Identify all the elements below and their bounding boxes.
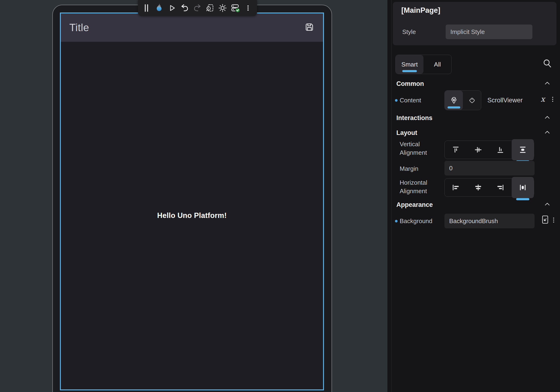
tab-all[interactable]: All <box>423 55 451 74</box>
selection-outline: Title Hello Uno Platform! <box>60 12 324 390</box>
halign-stretch-button[interactable] <box>512 177 534 198</box>
valign-bottom-button[interactable] <box>489 141 512 158</box>
style-value: Implicit Style <box>450 28 485 36</box>
align-horizontal-center-icon <box>474 183 482 192</box>
tab-smart[interactable]: Smart <box>396 55 423 74</box>
align-top-icon <box>451 146 460 154</box>
section-appearance[interactable]: Appearance <box>396 201 433 209</box>
theme-sun-icon[interactable] <box>217 3 228 13</box>
content-mode-toggle <box>444 90 481 110</box>
halign-left-button[interactable] <box>445 179 467 196</box>
section-layout[interactable]: Layout <box>396 129 417 137</box>
content-label: Content <box>400 96 421 104</box>
tab-smart-indicator <box>402 70 417 72</box>
tag-icon <box>468 96 476 104</box>
margin-label: Margin <box>400 164 418 173</box>
hot-design-toolbar <box>138 0 257 16</box>
valign-stretch-button[interactable] <box>512 139 534 160</box>
valign-center-button[interactable] <box>467 141 490 158</box>
common-collapse-chevron-up-icon[interactable] <box>544 80 551 88</box>
drag-handle[interactable] <box>141 3 152 13</box>
tab-smart-label: Smart <box>401 61 418 68</box>
content-value[interactable]: ScrollViewer <box>487 97 523 104</box>
margin-value: 0 <box>449 165 452 172</box>
align-bottom-icon <box>496 146 505 154</box>
style-label: Style <box>402 28 416 36</box>
page-title: [MainPage] <box>401 6 440 15</box>
appearance-collapse-chevron-up-icon[interactable] <box>544 201 551 209</box>
background-label: Background <box>400 217 432 225</box>
hello-textblock[interactable]: Hello Uno Platform! <box>157 211 227 220</box>
halign-center-button[interactable] <box>467 179 490 196</box>
horizontal-alignment-group <box>444 178 534 197</box>
redo-icon[interactable] <box>192 3 202 13</box>
save-icon[interactable] <box>304 22 315 33</box>
content-mode-indicator <box>448 106 460 109</box>
horizontal-alignment-label: Horizontal Alignment <box>400 178 440 195</box>
content-mode-tag-button[interactable] <box>463 90 481 110</box>
tab-all-label: All <box>434 61 441 68</box>
content-markup-x-icon[interactable]: x <box>541 95 545 103</box>
valign-top-button[interactable] <box>445 141 467 158</box>
background-more-icon[interactable] <box>550 217 557 224</box>
vertical-alignment-label: Vertical Alignment <box>400 140 437 157</box>
background-modified-dot <box>395 220 398 222</box>
section-common[interactable]: Common <box>396 80 424 88</box>
inspect-element-icon[interactable] <box>205 3 215 13</box>
visual-tree-grapes-icon <box>450 96 458 104</box>
play-icon[interactable] <box>167 3 177 13</box>
background-value: BackgroundBrush <box>449 217 498 225</box>
align-vertical-center-icon <box>474 146 482 154</box>
server-status-icon[interactable] <box>230 3 240 13</box>
layout-collapse-chevron-up-icon[interactable] <box>544 129 551 137</box>
app-title: Title <box>69 22 89 33</box>
app-content-area[interactable]: Hello Uno Platform! <box>61 42 323 389</box>
margin-input[interactable]: 0 <box>444 161 535 175</box>
vertical-alignment-group <box>444 141 534 159</box>
drag-handle-bars <box>145 4 148 12</box>
halign-selected-indicator <box>516 198 529 200</box>
content-mode-element-button[interactable] <box>445 90 463 110</box>
section-interactions[interactable]: Interactions <box>396 114 432 122</box>
content-modified-dot <box>395 99 398 102</box>
more-menu-icon[interactable] <box>243 3 253 13</box>
align-horizontal-stretch-icon <box>519 183 527 192</box>
device-frame: Title Hello Uno Platform! <box>52 5 332 392</box>
app-title-bar[interactable]: Title <box>61 13 323 42</box>
background-resource-icon[interactable] <box>540 215 550 225</box>
interactions-collapse-chevron-up-icon[interactable] <box>544 114 551 122</box>
align-left-icon <box>451 183 460 192</box>
halign-right-button[interactable] <box>489 179 512 196</box>
properties-panel: [MainPage] Style Implicit Style Smart Al… <box>387 0 560 392</box>
content-more-icon[interactable] <box>549 96 556 104</box>
align-right-icon <box>496 183 505 192</box>
selected-element-card: [MainPage] Style Implicit Style <box>393 2 556 45</box>
align-vertical-stretch-icon <box>519 146 527 154</box>
hot-design-flame-icon[interactable] <box>154 3 164 13</box>
property-tabs: Smart All <box>395 55 451 74</box>
style-input[interactable]: Implicit Style <box>446 25 532 39</box>
design-canvas[interactable]: Title Hello Uno Platform! <box>0 0 387 392</box>
background-input[interactable]: BackgroundBrush <box>444 214 535 228</box>
search-icon[interactable] <box>542 58 552 70</box>
undo-icon[interactable] <box>180 3 190 13</box>
